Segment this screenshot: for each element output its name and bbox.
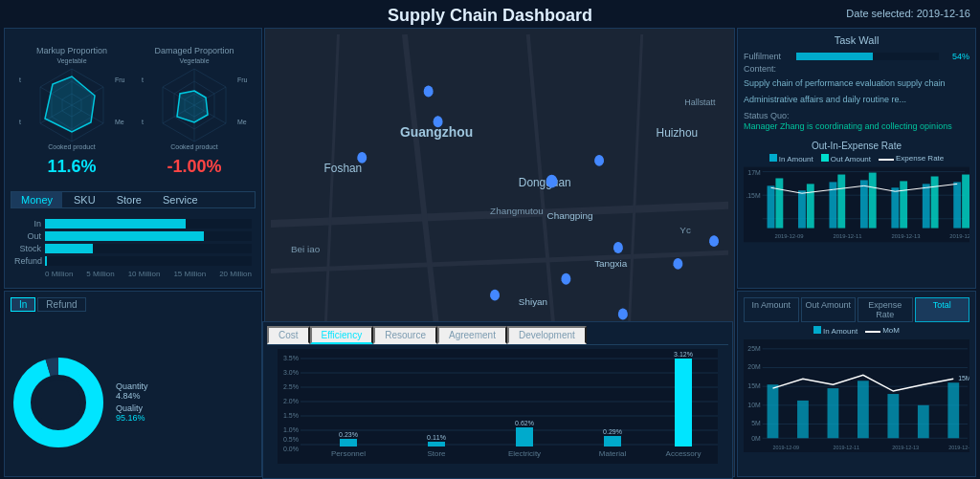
fulfillment-track	[796, 53, 939, 60]
markup-value: 11.6%	[19, 157, 124, 177]
svg-text:Vegetable: Vegetable	[56, 57, 86, 65]
content-text-1: Supply chain of performance evaluation s…	[744, 77, 969, 90]
svg-rect-86	[869, 172, 877, 228]
tab-in-amount[interactable]: In Amount	[744, 297, 799, 322]
svg-rect-147	[604, 436, 621, 446]
svg-rect-119	[947, 382, 959, 438]
svg-text:Yc: Yc	[679, 225, 691, 235]
svg-text:Store: Store	[427, 449, 446, 458]
svg-text:25M: 25M	[747, 345, 761, 352]
svg-text:Retail product: Retail product	[142, 119, 144, 126]
svg-text:Vegetable: Vegetable	[179, 57, 209, 65]
chart-legend: In Amount Out Amount Expense Rate	[744, 154, 969, 163]
svg-text:2019-12-13: 2019-12-13	[892, 445, 919, 450]
svg-rect-88	[900, 181, 907, 228]
fulfillment-row: Fulfilment 54%	[744, 52, 969, 61]
tab-agreement[interactable]: Agreement	[437, 326, 507, 344]
svg-text:1.0%: 1.0%	[283, 426, 299, 433]
donut-tabs: In Refund	[11, 297, 256, 312]
svg-text:0.5%: 0.5%	[283, 436, 299, 443]
tab-out-amount[interactable]: Out Amount	[801, 297, 857, 322]
damaged-radar-svg: Vegetable Fruit Meat Cooked product Reta…	[142, 55, 247, 151]
rb-legend: In Amount MoM	[744, 326, 969, 336]
out-in-section: Out-In-Expense Rate In Amount Out Amount…	[744, 141, 969, 245]
legend-rate-dot	[879, 159, 894, 161]
svg-text:2019-12-11: 2019-12-11	[833, 233, 861, 239]
quantity-label: Quantity 4.84%	[116, 381, 148, 401]
svg-text:2019-12-09: 2019-12-09	[772, 445, 799, 450]
svg-rect-89	[923, 184, 930, 228]
svg-text:.15M: .15M	[746, 192, 761, 199]
svg-text:5M: 5M	[751, 420, 761, 426]
svg-text:0M: 0M	[751, 435, 761, 442]
svg-rect-80	[775, 178, 783, 228]
svg-text:Hallstatt: Hallstatt	[684, 98, 716, 107]
svg-text:20M: 20M	[747, 363, 761, 370]
efficiency-chart-svg: 3.5% 3.0% 2.5% 2.0% 1.5% 1.0% 0.5% 0.0% …	[267, 349, 728, 464]
bar-out: Out 17 Million	[14, 231, 252, 241]
bar-axis: 0 Million 5 Million 10 Million 15 Millio…	[45, 270, 252, 278]
svg-rect-143	[428, 442, 445, 446]
svg-text:Shiyan: Shiyan	[519, 296, 547, 307]
svg-text:3.12%: 3.12%	[674, 351, 693, 358]
page-title: Supply Chain Dashboard	[388, 6, 592, 25]
markup-radar-svg: Vegetable Fruit Meat Cooked product Reta…	[19, 55, 124, 151]
svg-text:0.62%: 0.62%	[515, 420, 534, 426]
radar-section: Markup Proportion	[11, 34, 256, 187]
svg-rect-117	[887, 394, 899, 438]
legend-in-dot	[769, 154, 777, 162]
svg-rect-91	[953, 182, 961, 228]
svg-text:17M: 17M	[747, 168, 761, 175]
svg-rect-92	[962, 174, 969, 228]
svg-text:2019-12-13: 2019-12-13	[891, 233, 921, 239]
rb-legend-in-dot	[813, 326, 821, 334]
svg-rect-114	[797, 401, 809, 438]
svg-text:10M: 10M	[747, 402, 761, 408]
fulfillment-fill	[796, 53, 873, 60]
content-row: Content:	[744, 64, 969, 74]
damaged-value: -1.00%	[142, 157, 247, 177]
svg-text:15M: 15M	[958, 375, 969, 381]
svg-text:Cooked product: Cooked product	[48, 143, 95, 151]
tab-efficiency[interactable]: Efficiency	[310, 326, 374, 344]
tab-cost[interactable]: Cost	[267, 326, 310, 344]
fulfillment-value: 54%	[943, 52, 969, 61]
svg-text:Changping: Changping	[547, 210, 593, 221]
svg-rect-82	[807, 184, 814, 228]
tab-expense-rate[interactable]: Expense Rate	[858, 297, 913, 322]
tab-in[interactable]: In	[11, 297, 35, 312]
tab-development[interactable]: Development	[507, 326, 587, 344]
svg-text:2019-12-11: 2019-12-11	[833, 445, 859, 450]
svg-rect-141	[340, 439, 357, 446]
horizontal-bar-chart: In 15 Million Out 17 Million Stock	[11, 212, 256, 282]
svg-text:0.23%: 0.23%	[339, 431, 358, 438]
svg-text:2.0%: 2.0%	[283, 398, 299, 404]
tab-service[interactable]: Service	[153, 192, 208, 207]
tab-store[interactable]: Store	[107, 192, 151, 207]
tab-money[interactable]: Money	[11, 192, 62, 207]
svg-text:2019-12-15: 2019-12-15	[948, 445, 969, 450]
svg-text:2019-12-15: 2019-12-15	[949, 233, 969, 239]
tab-refund[interactable]: Refund	[37, 297, 85, 312]
svg-text:15M: 15M	[747, 382, 761, 389]
svg-text:Material: Material	[599, 449, 627, 458]
donut-svg	[11, 355, 106, 450]
status-text: Manager Zhang is coordinating and collec…	[744, 120, 969, 133]
bar-refund: Refund 0 Million	[14, 256, 252, 266]
svg-text:Aquatic product: Aquatic product	[19, 76, 21, 84]
svg-text:2.5%: 2.5%	[283, 383, 299, 390]
svg-rect-113	[768, 384, 779, 438]
tab-resource[interactable]: Resource	[373, 326, 437, 344]
svg-text:3.0%: 3.0%	[283, 369, 299, 376]
svg-marker-19	[177, 91, 208, 122]
svg-text:Tangxia: Tangxia	[594, 258, 628, 269]
svg-text:Retail product: Retail product	[19, 119, 21, 126]
status-label: Status Quo:	[744, 111, 969, 120]
donut-section: Quantity 4.84% Quality 95.16%	[11, 316, 256, 479]
tab-sku[interactable]: SKU	[64, 192, 105, 207]
quality-label: Quality 95.16%	[116, 403, 148, 423]
svg-text:0.11%: 0.11%	[427, 434, 446, 441]
out-in-chart-svg: 17M .15M	[744, 166, 969, 243]
svg-rect-85	[860, 180, 868, 228]
tab-total[interactable]: Total	[915, 297, 970, 322]
